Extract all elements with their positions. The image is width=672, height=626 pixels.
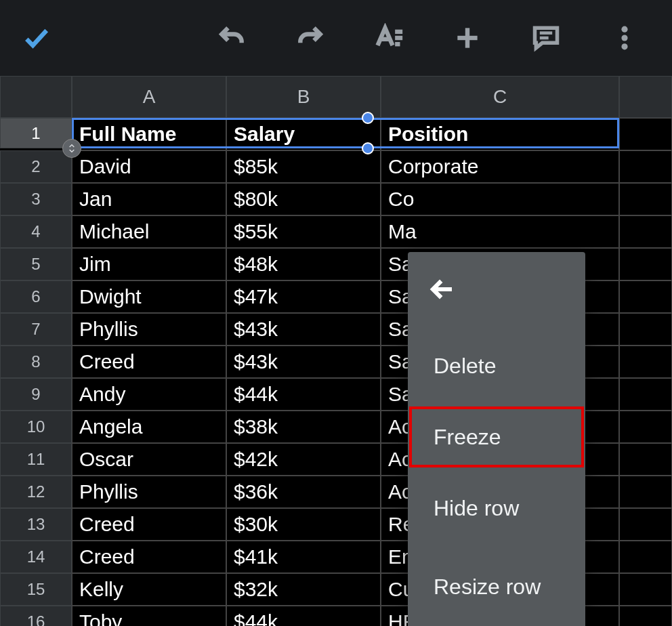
row-header-2[interactable]: 2	[0, 150, 72, 183]
cell-12-d[interactable]	[619, 476, 672, 508]
cell-3-d[interactable]	[619, 183, 672, 215]
column-header-extra[interactable]	[619, 76, 672, 118]
selection-handle-bottom[interactable]	[362, 142, 374, 154]
cell-16-b[interactable]: $44k	[226, 606, 381, 626]
cell-5-a[interactable]: Jim	[72, 248, 226, 280]
cell-3-b[interactable]: $80k	[226, 183, 381, 215]
cell-6-a[interactable]: Dwight	[72, 280, 226, 313]
redo-button[interactable]	[290, 18, 331, 58]
cell-2-d[interactable]	[619, 150, 672, 183]
redo-icon	[295, 23, 325, 53]
row-header-7[interactable]: 7	[0, 313, 72, 346]
corner-cell	[0, 76, 72, 118]
menu-item-resize-row[interactable]: Resize row	[408, 547, 585, 626]
cell-12-a[interactable]: Phyllis	[72, 476, 226, 508]
menu-item-delete[interactable]: Delete	[408, 327, 585, 405]
row-header-10[interactable]: 10	[0, 411, 72, 443]
cell-10-b[interactable]: $38k	[226, 411, 381, 443]
cell-15-b[interactable]: $32k	[226, 573, 381, 606]
cell-1-b[interactable]: Salary	[226, 118, 381, 150]
menu-item-freeze[interactable]: Freeze	[408, 405, 585, 469]
text-format-icon	[374, 23, 404, 53]
cell-8-d[interactable]	[619, 346, 672, 378]
row-header-13[interactable]: 13	[0, 508, 72, 541]
row-header-11[interactable]: 11	[0, 443, 72, 476]
cell-4-d[interactable]	[619, 215, 672, 248]
row-header-8[interactable]: 8	[0, 346, 72, 378]
cell-7-b[interactable]: $43k	[226, 313, 381, 346]
cell-13-a[interactable]: Creed	[72, 508, 226, 541]
cell-8-b[interactable]: $43k	[226, 346, 381, 378]
cell-6-d[interactable]	[619, 280, 672, 313]
row-header-14[interactable]: 14	[0, 541, 72, 573]
undo-icon	[217, 23, 247, 53]
svg-point-7	[621, 26, 627, 33]
cell-13-d[interactable]	[619, 508, 672, 541]
cell-2-b[interactable]: $85k	[226, 150, 381, 183]
cell-13-b[interactable]: $30k	[226, 508, 381, 541]
row-header-16[interactable]: 16	[0, 606, 72, 626]
svg-point-8	[621, 35, 627, 41]
cell-2-a[interactable]: David	[72, 150, 226, 183]
cell-7-a[interactable]: Phyllis	[72, 313, 226, 346]
toolbar	[0, 0, 672, 76]
column-header-a[interactable]: A	[72, 76, 226, 118]
row-header-1[interactable]: 1	[0, 118, 72, 148]
cell-2-c[interactable]: Corporate	[381, 150, 619, 183]
cell-4-b[interactable]: $55k	[226, 215, 381, 248]
column-header-c[interactable]: C	[381, 76, 619, 118]
cell-4-a[interactable]: Michael	[72, 215, 226, 248]
row-context-menu: DeleteFreezeHide rowResize rowGroup	[408, 252, 585, 626]
cell-10-a[interactable]: Angela	[72, 411, 226, 443]
selection-handle-top[interactable]	[362, 112, 374, 124]
comment-icon	[531, 23, 561, 53]
cell-15-d[interactable]	[619, 573, 672, 606]
cell-1-c[interactable]: Position	[381, 118, 619, 150]
row-header-15[interactable]: 15	[0, 573, 72, 606]
cell-9-d[interactable]	[619, 378, 672, 411]
menu-back-button[interactable]	[408, 252, 585, 327]
cell-12-b[interactable]: $36k	[226, 476, 381, 508]
cell-5-b[interactable]: $48k	[226, 248, 381, 280]
cell-1-a[interactable]: Full Name	[72, 118, 226, 150]
cell-14-a[interactable]: Creed	[72, 541, 226, 573]
cell-16-d[interactable]	[619, 606, 672, 626]
row-header-3[interactable]: 3	[0, 183, 72, 215]
undo-button[interactable]	[211, 18, 252, 58]
cell-11-a[interactable]: Oscar	[72, 443, 226, 476]
cell-15-a[interactable]: Kelly	[72, 573, 226, 606]
cell-4-c[interactable]: Ma	[381, 215, 619, 248]
cell-16-a[interactable]: Toby	[72, 606, 226, 626]
svg-point-9	[621, 43, 627, 49]
cell-1-d[interactable]	[619, 118, 672, 150]
cell-3-a[interactable]: Jan	[72, 183, 226, 215]
accept-button[interactable]	[16, 18, 57, 58]
text-format-button[interactable]	[369, 18, 409, 58]
cell-6-b[interactable]: $47k	[226, 280, 381, 313]
comment-button[interactable]	[526, 18, 566, 58]
row-header-4[interactable]: 4	[0, 215, 72, 248]
cell-5-d[interactable]	[619, 248, 672, 280]
arrow-left-icon	[428, 275, 457, 304]
cell-14-d[interactable]	[619, 541, 672, 573]
cell-9-b[interactable]: $44k	[226, 378, 381, 411]
row-header-12[interactable]: 12	[0, 476, 72, 508]
cell-11-b[interactable]: $42k	[226, 443, 381, 476]
column-header-b[interactable]: B	[226, 76, 381, 118]
overflow-menu-button[interactable]	[604, 18, 645, 58]
menu-item-hide-row[interactable]: Hide row	[408, 469, 585, 547]
cell-3-c[interactable]: Co	[381, 183, 619, 215]
row-header-5[interactable]: 5	[0, 248, 72, 280]
row-header-6[interactable]: 6	[0, 280, 72, 313]
more-vertical-icon	[610, 23, 639, 53]
cell-8-a[interactable]: Creed	[72, 346, 226, 378]
cell-10-d[interactable]	[619, 411, 672, 443]
row-drag-handle[interactable]	[62, 139, 81, 158]
add-button[interactable]	[447, 18, 488, 58]
cell-9-a[interactable]: Andy	[72, 378, 226, 411]
row-header-9[interactable]: 9	[0, 378, 72, 411]
spreadsheet: ABC1Full NameSalaryPosition2David$85kCor…	[0, 76, 672, 626]
cell-7-d[interactable]	[619, 313, 672, 346]
cell-14-b[interactable]: $41k	[226, 541, 381, 573]
cell-11-d[interactable]	[619, 443, 672, 476]
